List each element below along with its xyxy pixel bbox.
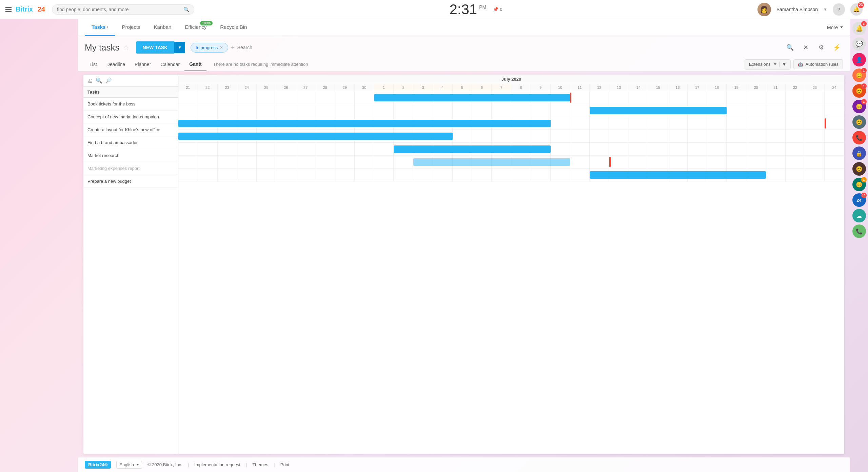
view-tab-planner[interactable]: Planner [130, 58, 156, 71]
sidebar-item-more[interactable]: More... 2 [0, 229, 78, 241]
tab-tasks[interactable]: Tasks › [85, 19, 115, 36]
sidebar-item-activity[interactable]: Activity Stream [0, 22, 78, 34]
user-avatar[interactable]: 👩 [757, 3, 771, 16]
language-selector[interactable]: English [116, 461, 142, 469]
gantt-task-row-5[interactable]: Market research [83, 149, 178, 162]
print-link[interactable]: Print [280, 462, 290, 467]
sidebar-item-workgroups[interactable]: Workgroups [0, 58, 78, 71]
hamburger-menu[interactable] [5, 7, 12, 12]
view-tab-gantt[interactable]: Gantt [184, 58, 206, 71]
gantt-task-row-4[interactable]: Find a brand ambassador [83, 136, 178, 149]
sidebar-item-webmail[interactable]: Webmail [0, 71, 78, 83]
gantt-task-bar[interactable] [374, 94, 570, 101]
cloud-icon: ☁ [856, 213, 862, 219]
gantt-cell [707, 143, 727, 155]
cloud-sidebar-icon[interactable]: ☁ [852, 209, 866, 222]
gantt-task-row-2[interactable]: Concept of new marketing campaign [83, 111, 178, 123]
filter-tag-remove-icon[interactable]: ✕ [220, 45, 223, 50]
sidebar-item-tasks[interactable]: Tasks [3, 47, 75, 58]
user6-avatar[interactable]: 😊 1 [852, 178, 866, 191]
bitrix24-sidebar-icon[interactable]: 24 18 [852, 193, 866, 207]
themes-link[interactable]: Themes [252, 462, 268, 467]
tabs-more-button[interactable]: More [827, 25, 843, 30]
gantt-task-bar[interactable] [178, 133, 453, 140]
crm-sidebar-icon[interactable]: 👤 [852, 53, 866, 66]
user5-avatar[interactable]: 😊 [852, 162, 866, 176]
automation-rules-button[interactable]: 🤖 Automation rules [793, 59, 843, 69]
green-sidebar-icon[interactable]: 📞 [852, 224, 866, 238]
filter-add-icon[interactable]: + [231, 44, 235, 51]
new-task-dropdown-button[interactable]: ▼ [174, 42, 185, 53]
gantt-cell [433, 104, 453, 117]
clear-search-button[interactable]: ✕ [800, 41, 812, 54]
gantt-task-bar[interactable] [413, 158, 570, 166]
sidebar-item-drive[interactable]: Bitrix24.Drive [0, 156, 78, 168]
user-dropdown-icon[interactable]: ▼ [823, 7, 827, 12]
main-tabs: Tasks › Projects Kanban Efficiency 100% … [78, 19, 850, 36]
user4-avatar[interactable]: 😊 [852, 115, 866, 129]
print-icon[interactable]: 🖨 [87, 78, 93, 84]
view-tab-calendar[interactable]: Calendar [156, 58, 184, 71]
sidebar-item-contact-center[interactable]: Contact Center [0, 95, 78, 107]
sidebar-item-employees[interactable]: Employees [0, 168, 78, 180]
gantt-task-row-7[interactable]: Prepare a new budget [83, 175, 178, 188]
filter-in-progress[interactable]: In progress ✕ [191, 43, 228, 53]
zoom-out-icon[interactable]: 🔎 [105, 77, 112, 84]
gantt-cell [335, 91, 355, 104]
sidebar-item-telephony[interactable]: Telephony [0, 107, 78, 119]
implementation-request-link[interactable]: Implementation request [194, 462, 240, 467]
lightning-button[interactable]: ⚡ [831, 41, 843, 54]
notification-icon-sidebar[interactable]: 🔔 3 [852, 22, 866, 35]
sidebar-item-calendar[interactable]: Calendar [0, 132, 78, 144]
footer-logo[interactable]: Bitrix24© [85, 461, 111, 469]
gantt-task-bar[interactable] [394, 145, 550, 153]
gantt-task-bar[interactable] [178, 120, 551, 127]
sidebar-item-chat[interactable]: Chat and Calls 19 [0, 34, 78, 46]
tab-recycle-bin[interactable]: Recycle Bin [213, 19, 254, 36]
tab-projects[interactable]: Projects [115, 19, 147, 36]
tab-arrow-icon[interactable]: › [107, 24, 108, 29]
search-bar[interactable]: 🔍 [52, 4, 194, 15]
notification-button[interactable]: 🔔 23 [850, 3, 863, 16]
gantt-task-bar[interactable] [590, 171, 766, 179]
user-name[interactable]: Samantha Simpson [776, 7, 818, 12]
avatar-icon: 😊 [856, 88, 863, 94]
user1-avatar[interactable]: 😊 1 [852, 68, 866, 82]
gantt-day-21: 21 [766, 84, 786, 91]
filter-search-input[interactable] [237, 45, 297, 50]
tab-kanban[interactable]: Kanban [147, 19, 178, 36]
gantt-task-bar[interactable] [590, 107, 727, 114]
search-input[interactable] [57, 7, 183, 12]
gantt-cell [727, 143, 746, 155]
extensions-dropdown-icon[interactable]: ▼ [782, 62, 787, 67]
zoom-in-icon[interactable]: 🔍 [96, 77, 102, 84]
user3-avatar[interactable]: 😊 1 [852, 100, 866, 113]
lock-sidebar-icon[interactable]: 🔒 [852, 146, 866, 160]
sidebar-item-time-reports[interactable]: Time and Reports [0, 144, 78, 156]
tab-efficiency[interactable]: Efficiency 100% [178, 19, 213, 36]
gantt-day-4: 4 [433, 84, 453, 91]
settings-button[interactable]: ⚙ [815, 41, 827, 54]
gantt-task-row-6[interactable]: Marketing expenses report [83, 162, 178, 175]
phone-sidebar-icon[interactable]: 📞 [852, 131, 866, 144]
user2-avatar[interactable]: 😊 1 [852, 84, 866, 98]
sidebar-item-crm-marketing[interactable]: CRM Marketing [0, 119, 78, 132]
help-button[interactable]: ? [833, 3, 845, 16]
sidebar-item-workflows[interactable]: Workflows 1 [0, 193, 78, 205]
new-task-button[interactable]: NEW TASK [136, 41, 175, 54]
extensions-button[interactable]: Extensions ▼ [745, 59, 791, 70]
sidebar-item-settings[interactable]: Settings [0, 205, 78, 217]
messenger-icon-sidebar[interactable]: 💬 [852, 37, 866, 51]
view-tab-deadline[interactable]: Deadline [102, 58, 130, 71]
gantt-cell [511, 104, 531, 117]
gantt-task-row-3[interactable]: Create a layout for Khloe's new office [83, 123, 178, 136]
favorite-star-icon[interactable]: ☆ [123, 43, 129, 52]
sidebar-item-crm[interactable]: CRM 12 [0, 83, 78, 95]
gantt-cell [688, 130, 707, 142]
sidebar-item-sites[interactable]: Sites [0, 217, 78, 229]
view-tab-list[interactable]: List [85, 58, 102, 71]
gantt-cell [805, 156, 825, 168]
gantt-task-row-1[interactable]: Book tickets for the boss [83, 98, 178, 111]
search-toggle-button[interactable]: 🔍 [784, 41, 796, 54]
sidebar-item-applications[interactable]: Applications [0, 180, 78, 193]
